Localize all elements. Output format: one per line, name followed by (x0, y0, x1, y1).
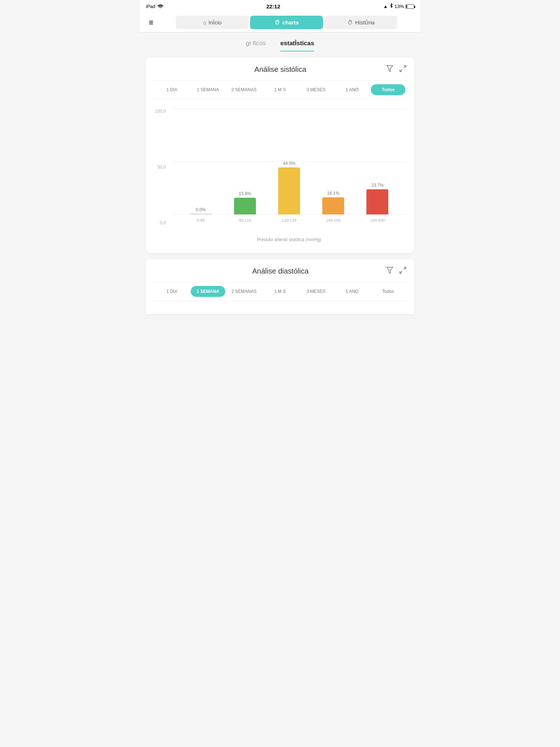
chart1-wrapper: 100,0 50,0 0,0 0.0%0-8915.8%90-11944.5%1… (153, 105, 407, 246)
status-time: 22:12 (266, 3, 280, 9)
bar-value: 44.5% (283, 161, 295, 166)
home-icon: ⌂ (203, 19, 206, 26)
nav-tab-inicio-label: InÌcio (209, 19, 222, 26)
bar-label: 160-500 (370, 218, 385, 222)
nav-tab-inicio[interactable]: ⌂ InÌcio (176, 16, 249, 29)
chart1-area: 100,0 50,0 0,0 0.0%0-8915.8%90-11944.5%1… (171, 109, 407, 225)
bar-rect (190, 214, 212, 214)
svg-line-2 (400, 69, 402, 71)
filter-1ano[interactable]: 1 ANO (335, 84, 369, 95)
chart1-card: Análise sistólica 1 DIA 1 SEMANA 2 SEMAN… (146, 57, 414, 253)
chart2-header: Análise diastólica (153, 266, 407, 276)
chart1-title: Análise sistólica (175, 65, 386, 74)
chart2-filter-1semana[interactable]: 1 SEMANA (191, 286, 225, 297)
bar-rect (322, 197, 344, 214)
y-axis: 100,0 50,0 0,0 (155, 109, 166, 225)
bar-label: 90-119 (239, 218, 251, 222)
bar-group: 44.5%120-139 (267, 109, 311, 214)
bar-value: 16.1% (327, 191, 339, 196)
nav-tabs: ⌂ InÌcio ⏱ charts ⏱ HistÛria (159, 16, 414, 29)
ipad-label: iPad (146, 4, 155, 9)
bluetooth-icon (389, 3, 393, 10)
chart2-time-filter: 1 DIA 1 SEMANA 2 SEMANAS 1 M S 3 MESES 1… (153, 282, 407, 301)
chart2-filter-1dia[interactable]: 1 DIA (155, 286, 189, 297)
filter-1ms[interactable]: 1 M S (263, 84, 298, 95)
clock-icon-historia: ⏱ (347, 19, 353, 26)
bar-value: 0.0% (196, 207, 206, 212)
chart2-expand-icon[interactable] (399, 266, 407, 276)
battery-label: 13% (394, 4, 404, 9)
filter-1dia[interactable]: 1 DIA (155, 84, 189, 95)
bar-label: 120-139 (282, 218, 296, 222)
nav-bar: ≡ ⌂ InÌcio ⏱ charts ⏱ HistÛria (140, 13, 420, 32)
status-right: ▲ 13% (383, 3, 414, 10)
filter-1semana[interactable]: 1 SEMANA (191, 84, 225, 95)
chart2-filter-icon[interactable] (386, 266, 394, 276)
chart2-card: Análise diastólica 1 DIA 1 SEMANA 2 SEMA… (146, 259, 414, 314)
y-min: 0,0 (160, 220, 166, 225)
svg-line-5 (400, 271, 402, 273)
x-axis-label: Pressão arterial sistólica (mmHg) (171, 237, 407, 242)
chart2-filter-1ms[interactable]: 1 M S (263, 286, 298, 297)
svg-marker-0 (387, 66, 393, 72)
hamburger-menu[interactable]: ≡ (146, 16, 156, 29)
bar-group: 23.7%160-500 (355, 109, 400, 214)
tab-estatisticas-label: estatÌsticas (280, 40, 314, 47)
chart2-title: Análise diastólica (175, 267, 386, 275)
filter-icon[interactable] (386, 65, 394, 74)
svg-line-4 (404, 267, 406, 270)
nav-tab-historia[interactable]: ⏱ HistÛria (324, 16, 397, 29)
wifi-icon (158, 4, 163, 9)
y-mid: 50,0 (158, 165, 166, 170)
nav-tab-historia-label: HistÛria (355, 19, 374, 26)
bar-group: 0.0%0-89 (179, 109, 223, 214)
bar-value: 23.7% (371, 183, 384, 188)
bar-label: 140-159 (326, 218, 341, 222)
filter-2semanas[interactable]: 2 SEMANAS (227, 84, 261, 95)
bar-group: 15.8%90-119 (223, 109, 267, 214)
filter-todos[interactable]: Todos (371, 84, 405, 95)
chart2-filter-todos[interactable]: Todos (371, 286, 405, 297)
clock-icon-charts: ⏱ (275, 19, 280, 26)
location-icon: ▲ (383, 4, 388, 9)
status-left: iPad (146, 4, 163, 9)
chart1-icons (386, 65, 407, 74)
y-max: 100,0 (155, 109, 166, 114)
chart1-header: Análise sistólica (153, 65, 407, 74)
bars-container: 0.0%0-8915.8%90-11944.5%120-13916.1%140-… (171, 109, 407, 214)
chart2-filter-3meses[interactable]: 3 MESES (299, 286, 333, 297)
tab-graficos-label: gr·ficos (246, 40, 266, 47)
chart2-filter-2semanas[interactable]: 2 SEMANAS (227, 286, 261, 297)
nav-tab-charts[interactable]: ⏱ charts (250, 16, 323, 29)
bar-group: 16.1%140-159 (311, 109, 355, 214)
tab-graficos[interactable]: gr·ficos (246, 40, 266, 51)
bar-rect (234, 198, 256, 214)
chart1-time-filter: 1 DIA 1 SEMANA 2 SEMANAS 1 M S 3 MESES 1… (153, 80, 407, 99)
svg-line-1 (404, 66, 406, 68)
page-tabs: gr·ficos estatÌsticas (140, 32, 420, 51)
status-bar: iPad 22:12 ▲ 13% (140, 0, 420, 13)
chart2-icons (386, 266, 407, 276)
tab-estatisticas[interactable]: estatÌsticas (280, 40, 314, 51)
filter-3meses[interactable]: 3 MESES (299, 84, 333, 95)
nav-tab-charts-label: charts (282, 19, 299, 26)
bar-label: 0-89 (197, 218, 205, 222)
battery-icon (405, 4, 414, 9)
bar-rect (366, 189, 388, 214)
svg-marker-3 (387, 267, 393, 274)
chart2-filter-1ano[interactable]: 1 ANO (335, 286, 369, 297)
expand-icon[interactable] (399, 65, 407, 74)
bar-rect (278, 167, 300, 214)
bar-value: 15.8% (239, 191, 251, 196)
